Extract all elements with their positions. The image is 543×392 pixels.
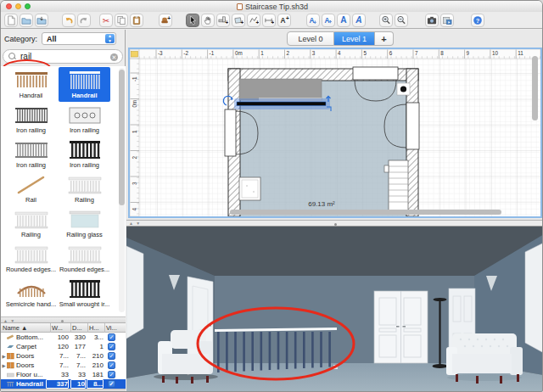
catalog-item[interactable]: Railing [5,206,57,241]
pan-button[interactable] [201,14,215,27]
paste-button[interactable] [130,14,143,27]
furniture-row[interactable]: ▶Doors7...7...210✓ [1,351,126,361]
wood-piece-icon [7,334,16,341]
furniture-depth: 330 [70,333,86,341]
add-texts-button[interactable]: A+ [277,14,291,27]
zoom-in-button[interactable] [379,14,393,27]
catalog-item-label: Rounded edges... [59,266,109,273]
title-bar[interactable]: Staircase Tip.sh3d [1,1,543,12]
column-header[interactable]: H... [89,324,99,332]
visibility-checkbox[interactable]: ✓ [108,361,115,369]
catalog-table-splitter[interactable]: ▲ ▼ [1,316,126,323]
catalog-item[interactable]: Handrail [59,67,110,102]
column-header[interactable]: W... [52,324,63,332]
copy-button[interactable] [115,14,128,27]
furniture-row[interactable]: Carpet1201771✓ [1,342,126,351]
create-dimensions-button[interactable]: + [262,14,276,27]
radiator[interactable] [239,177,260,200]
svg-text:+: + [240,19,244,25]
visibility-checkbox[interactable]: ✓ [108,343,115,350]
catalog-item[interactable]: Iron railing [59,102,110,137]
sofa[interactable] [446,333,523,384]
furniture-table-header[interactable]: Name ▲W...D...H...Vi... [1,323,126,333]
catalog-item[interactable]: Railing [59,171,110,206]
catalog-item[interactable]: Handrail [5,67,57,102]
catalog-item[interactable]: Small wrought ir... [59,276,110,311]
open-button[interactable] [20,14,33,27]
level-tabs: Level 0Level 1+ [287,31,394,46]
double-door[interactable] [374,291,428,363]
select-button[interactable] [186,14,199,27]
new-home-button[interactable] [4,14,18,27]
plan-canvas[interactable]: 69.13 m² -3-2-10m1234567891011 -10m1234 [130,49,540,216]
plan-vscrollbar[interactable] [532,56,538,120]
visibility-checkbox[interactable]: ✓ [108,352,115,360]
catalog-item[interactable]: Iron railing [5,137,57,171]
staircase-opening[interactable] [239,79,322,100]
catalog-item-label: Handrail [20,92,43,99]
level-indicator-icon [130,49,139,59]
clear-search-icon[interactable]: ✕ [110,53,118,61]
create-walls-button[interactable]: + [216,14,230,27]
doors-icon [7,353,16,360]
create-photo-button[interactable] [425,14,439,27]
catalog-scrollbar-thumb[interactable] [119,70,125,205]
door-far-right[interactable] [525,243,543,353]
catalog-item[interactable]: Iron railing [59,137,110,171]
svg-text:-2: -2 [183,50,188,56]
column-header[interactable]: D... [72,324,82,332]
cut-button[interactable]: ✂ [99,14,113,27]
tab-level-0[interactable]: Level 0 [287,31,334,46]
search-field[interactable]: ✕ [3,49,123,64]
expand-icon[interactable]: ▶ [1,354,7,359]
expand-icon[interactable]: ▶ [1,363,7,368]
add-furniture-button[interactable]: + [159,14,172,27]
catalog-item[interactable]: Rounded edges... [5,241,57,276]
furniture-row[interactable]: Bottom...1003303...✓ [1,333,126,342]
search-input[interactable] [19,51,104,62]
furniture-height: 210 [87,352,104,360]
tab-level-1[interactable]: Level 1 [334,31,375,46]
vertical-ruler: -10m1234 [130,59,139,216]
3d-view-canvas[interactable] [126,227,543,392]
document-icon [237,3,243,10]
category-select[interactable]: All ▲▼ [42,32,116,45]
undo-button[interactable] [62,14,76,27]
help-button[interactable]: ? [471,14,484,27]
visibility-checkbox[interactable]: ✓ [108,380,115,388]
increase-text-size-button[interactable]: A [322,14,335,27]
add-level-tab[interactable]: + [375,31,394,46]
plan-3d-splitter[interactable]: ▲ ▼ [126,220,543,227]
catalog-item-label: Iron railing [70,126,99,134]
visibility-checkbox[interactable]: ✓ [108,371,115,378]
catalog-item[interactable]: Railing glass [59,206,110,241]
column-header[interactable]: Vi... [106,324,117,332]
redo-button[interactable] [77,14,91,27]
round-object[interactable] [397,83,410,95]
create-polylines-button[interactable]: + [247,14,260,27]
catalog-item[interactable]: Rail [5,171,57,206]
create-rooms-button[interactable]: + [232,14,245,27]
plan-hscrollbar[interactable] [230,210,501,215]
catalog-item[interactable]: Iron railing [5,102,57,137]
zoom-out-button[interactable] [395,14,408,27]
create-video-button[interactable] [440,14,454,27]
furniture-row[interactable]: ▶Doors7...7...210✓ [1,361,126,370]
furniture-row[interactable]: Floor u...3333181✓ [1,370,126,379]
save-button[interactable] [35,14,48,27]
door-far-left[interactable] [126,246,143,339]
toggle-italic-button[interactable]: A [352,14,366,27]
svg-text:-1: -1 [210,50,215,56]
visibility-checkbox[interactable]: ✓ [108,333,115,341]
furniture-table-footer [1,389,126,392]
column-header[interactable]: Name ▲ [3,324,28,332]
decrease-text-size-button[interactable]: A [306,14,320,27]
svg-text:3: 3 [132,182,137,185]
svg-text:11: 11 [518,50,523,56]
svg-text:+: + [255,19,259,25]
svg-text:?: ? [476,16,480,24]
furniture-row[interactable]: Handrail337108...✓ [1,379,126,389]
catalog-item[interactable]: Rounded edges... [59,241,110,276]
catalog-item[interactable]: Semicircle hand... [5,276,57,311]
toggle-bold-button[interactable]: A [337,14,350,27]
